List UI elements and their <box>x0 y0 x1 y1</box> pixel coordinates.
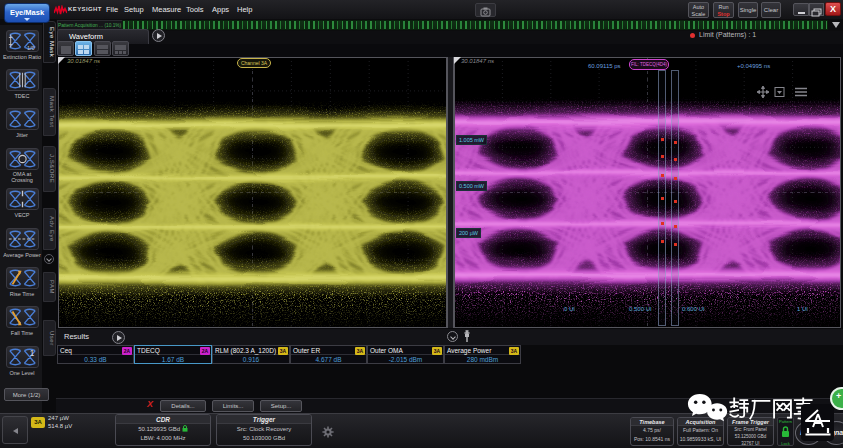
svg-text:1: 1 <box>30 349 35 358</box>
svg-text:1/0: 1/0 <box>27 45 35 51</box>
